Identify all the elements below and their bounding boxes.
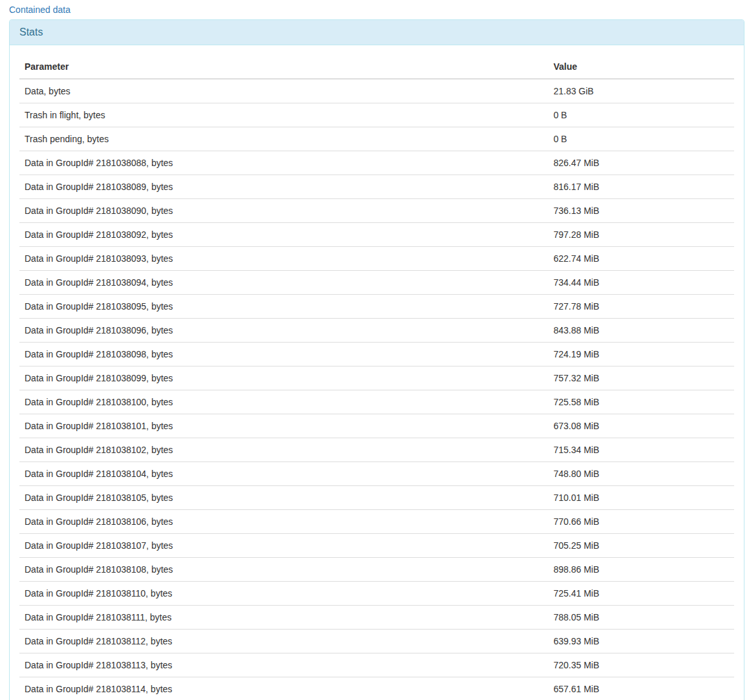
parameter-cell: Data in GroupId# 2181038090, bytes [19, 198, 548, 222]
value-cell: 734.44 MiB [548, 270, 734, 294]
value-cell: 816.17 MiB [548, 175, 734, 198]
parameter-cell: Data in GroupId# 2181038094, bytes [19, 270, 548, 294]
value-cell: 788.05 MiB [548, 605, 734, 629]
stats-table: Parameter Value Data, bytes 21.83 GiB Tr… [19, 55, 734, 700]
table-row: Data in GroupId# 2181038098, bytes 724.1… [19, 342, 734, 366]
stats-table-body: Data, bytes 21.83 GiB Trash in flight, b… [19, 79, 734, 700]
value-cell: 21.83 GiB [548, 79, 734, 103]
table-row: Data in GroupId# 2181038107, bytes 705.2… [19, 533, 734, 557]
table-row: Data in GroupId# 2181038092, bytes 797.2… [19, 222, 734, 246]
parameter-cell: Data in GroupId# 2181038107, bytes [19, 533, 548, 557]
stats-panel-header: Stats [10, 20, 744, 45]
parameter-cell: Data in GroupId# 2181038104, bytes [19, 461, 548, 485]
value-cell: 725.58 MiB [548, 390, 734, 414]
contained-data-link-row: Contained data [9, 3, 744, 16]
table-row: Data in GroupId# 2181038106, bytes 770.6… [19, 509, 734, 533]
parameter-cell: Data in GroupId# 2181038100, bytes [19, 390, 548, 414]
value-cell: 770.66 MiB [548, 509, 734, 533]
value-cell: 622.74 MiB [548, 246, 734, 270]
value-cell: 725.41 MiB [548, 581, 734, 605]
value-cell: 843.88 MiB [548, 318, 734, 342]
parameter-cell: Data in GroupId# 2181038105, bytes [19, 485, 548, 509]
table-row: Data in GroupId# 2181038100, bytes 725.5… [19, 390, 734, 414]
parameter-cell: Data in GroupId# 2181038101, bytes [19, 414, 548, 438]
parameter-cell: Data in GroupId# 2181038114, bytes [19, 677, 548, 700]
table-row: Data, bytes 21.83 GiB [19, 79, 734, 103]
parameter-cell: Trash in flight, bytes [19, 103, 548, 127]
value-cell: 0 B [548, 127, 734, 151]
table-row: Data in GroupId# 2181038101, bytes 673.0… [19, 414, 734, 438]
table-row: Trash pending, bytes 0 B [19, 127, 734, 151]
value-cell: 639.93 MiB [548, 629, 734, 653]
parameter-cell: Data in GroupId# 2181038092, bytes [19, 222, 548, 246]
table-row: Data in GroupId# 2181038096, bytes 843.8… [19, 318, 734, 342]
value-cell: 705.25 MiB [548, 533, 734, 557]
stats-panel: Stats Parameter Value Data, bytes 21.83 … [9, 19, 744, 700]
value-cell: 757.32 MiB [548, 366, 734, 390]
value-cell: 0 B [548, 103, 734, 127]
table-row: Data in GroupId# 2181038099, bytes 757.3… [19, 366, 734, 390]
value-cell: 715.34 MiB [548, 438, 734, 461]
parameter-cell: Data in GroupId# 2181038111, bytes [19, 605, 548, 629]
value-cell: 898.86 MiB [548, 557, 734, 581]
table-row: Data in GroupId# 2181038102, bytes 715.3… [19, 438, 734, 461]
column-header-parameter: Parameter [19, 55, 548, 79]
parameter-cell: Data in GroupId# 2181038098, bytes [19, 342, 548, 366]
table-row: Data in GroupId# 2181038094, bytes 734.4… [19, 270, 734, 294]
parameter-cell: Data in GroupId# 2181038096, bytes [19, 318, 548, 342]
parameter-cell: Data in GroupId# 2181038093, bytes [19, 246, 548, 270]
table-row: Data in GroupId# 2181038088, bytes 826.4… [19, 151, 734, 175]
parameter-cell: Data in GroupId# 2181038113, bytes [19, 653, 548, 677]
table-row: Data in GroupId# 2181038112, bytes 639.9… [19, 629, 734, 653]
table-row: Data in GroupId# 2181038113, bytes 720.3… [19, 653, 734, 677]
table-row: Trash in flight, bytes 0 B [19, 103, 734, 127]
contained-data-link[interactable]: Contained data [9, 5, 70, 15]
value-cell: 710.01 MiB [548, 485, 734, 509]
parameter-cell: Data in GroupId# 2181038099, bytes [19, 366, 548, 390]
table-row: Data in GroupId# 2181038089, bytes 816.1… [19, 175, 734, 198]
parameter-cell: Data in GroupId# 2181038112, bytes [19, 629, 548, 653]
value-cell: 748.80 MiB [548, 461, 734, 485]
parameter-cell: Data in GroupId# 2181038089, bytes [19, 175, 548, 198]
table-row: Data in GroupId# 2181038110, bytes 725.4… [19, 581, 734, 605]
parameter-cell: Data in GroupId# 2181038110, bytes [19, 581, 548, 605]
parameter-cell: Data in GroupId# 2181038102, bytes [19, 438, 548, 461]
parameter-cell: Trash pending, bytes [19, 127, 548, 151]
table-row: Data in GroupId# 2181038108, bytes 898.8… [19, 557, 734, 581]
parameter-cell: Data, bytes [19, 79, 548, 103]
value-cell: 826.47 MiB [548, 151, 734, 175]
column-header-value: Value [548, 55, 734, 79]
value-cell: 727.78 MiB [548, 294, 734, 318]
parameter-cell: Data in GroupId# 2181038088, bytes [19, 151, 548, 175]
table-row: Data in GroupId# 2181038105, bytes 710.0… [19, 485, 734, 509]
value-cell: 673.08 MiB [548, 414, 734, 438]
parameter-cell: Data in GroupId# 2181038106, bytes [19, 509, 548, 533]
parameter-cell: Data in GroupId# 2181038108, bytes [19, 557, 548, 581]
table-row: Data in GroupId# 2181038104, bytes 748.8… [19, 461, 734, 485]
table-header-row: Parameter Value [19, 55, 734, 79]
table-row: Data in GroupId# 2181038095, bytes 727.7… [19, 294, 734, 318]
value-cell: 657.61 MiB [548, 677, 734, 700]
table-row: Data in GroupId# 2181038093, bytes 622.7… [19, 246, 734, 270]
value-cell: 797.28 MiB [548, 222, 734, 246]
table-row: Data in GroupId# 2181038111, bytes 788.0… [19, 605, 734, 629]
value-cell: 720.35 MiB [548, 653, 734, 677]
value-cell: 724.19 MiB [548, 342, 734, 366]
parameter-cell: Data in GroupId# 2181038095, bytes [19, 294, 548, 318]
stats-panel-body: Parameter Value Data, bytes 21.83 GiB Tr… [10, 45, 744, 700]
value-cell: 736.13 MiB [548, 198, 734, 222]
table-row: Data in GroupId# 2181038090, bytes 736.1… [19, 198, 734, 222]
table-row: Data in GroupId# 2181038114, bytes 657.6… [19, 677, 734, 700]
